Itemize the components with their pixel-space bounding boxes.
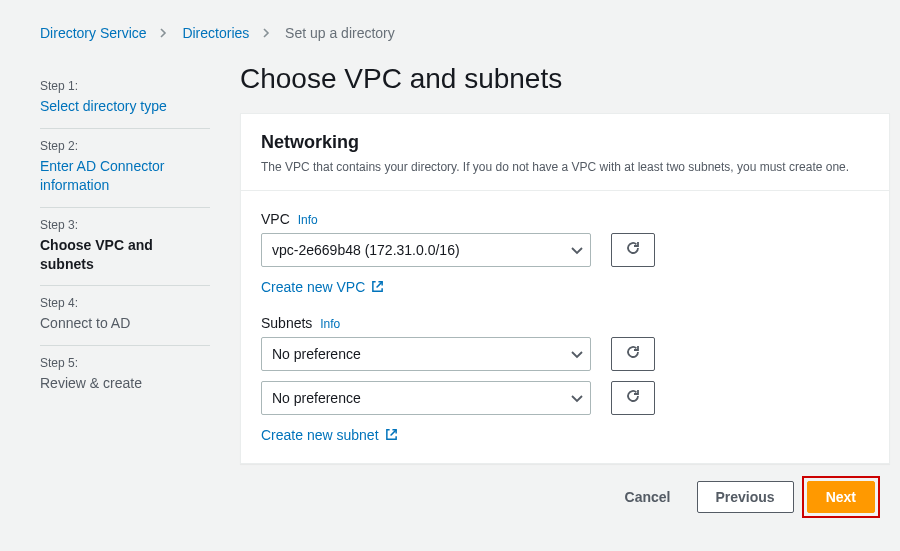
main-content: Choose VPC and subnets Networking The VP… xyxy=(240,63,890,518)
subnet-2-select[interactable]: No preference xyxy=(261,381,591,415)
page-title: Choose VPC and subnets xyxy=(240,63,890,95)
step-3-label: Step 3: xyxy=(40,218,210,232)
subnet-1-select-value: No preference xyxy=(272,346,361,362)
subnet-2-select-value: No preference xyxy=(272,390,361,406)
next-button[interactable]: Next xyxy=(807,481,875,513)
networking-card: Networking The VPC that contains your di… xyxy=(240,113,890,464)
vpc-label: VPC xyxy=(261,211,290,227)
subnet-2-refresh-button[interactable] xyxy=(611,381,655,415)
step-5-label: Step 5: xyxy=(40,356,210,370)
create-subnet-link[interactable]: Create new subnet xyxy=(261,427,398,443)
breadcrumb: Directory Service Directories Set up a d… xyxy=(0,0,900,53)
step-1-link[interactable]: Select directory type xyxy=(40,97,210,116)
previous-button[interactable]: Previous xyxy=(697,481,794,513)
subnets-info-link[interactable]: Info xyxy=(320,317,340,331)
subnets-field: Subnets Info No preference xyxy=(261,315,869,443)
external-link-icon xyxy=(371,280,384,293)
breadcrumb-current: Set up a directory xyxy=(285,25,395,41)
networking-heading: Networking xyxy=(261,132,869,153)
vpc-select[interactable]: vpc-2e669b48 (172.31.0.0/16) xyxy=(261,233,591,267)
create-vpc-link[interactable]: Create new VPC xyxy=(261,279,384,295)
refresh-icon xyxy=(625,240,641,259)
subnet-1-select[interactable]: No preference xyxy=(261,337,591,371)
wizard-footer: Cancel Previous Next xyxy=(240,464,890,518)
step-2-label: Step 2: xyxy=(40,139,210,153)
create-vpc-label: Create new VPC xyxy=(261,279,365,295)
networking-description: The VPC that contains your directory. If… xyxy=(261,159,869,176)
step-4: Step 4: Connect to AD xyxy=(40,286,210,346)
step-5-link: Review & create xyxy=(40,374,210,393)
step-4-link: Connect to AD xyxy=(40,314,210,333)
step-3: Step 3: Choose VPC and subnets xyxy=(40,208,210,287)
step-1: Step 1: Select directory type xyxy=(40,69,210,129)
step-5: Step 5: Review & create xyxy=(40,346,210,405)
subnets-label: Subnets xyxy=(261,315,312,331)
create-subnet-label: Create new subnet xyxy=(261,427,379,443)
wizard-steps: Step 1: Select directory type Step 2: En… xyxy=(40,63,210,518)
breadcrumb-directory-service[interactable]: Directory Service xyxy=(40,25,147,41)
vpc-info-link[interactable]: Info xyxy=(298,213,318,227)
next-button-highlight: Next xyxy=(802,476,880,518)
step-3-link[interactable]: Choose VPC and subnets xyxy=(40,236,210,274)
chevron-right-icon xyxy=(160,27,168,41)
breadcrumb-directories[interactable]: Directories xyxy=(182,25,249,41)
subnet-1-refresh-button[interactable] xyxy=(611,337,655,371)
refresh-icon xyxy=(625,388,641,407)
step-2: Step 2: Enter AD Connector information xyxy=(40,129,210,208)
external-link-icon xyxy=(385,428,398,441)
chevron-right-icon xyxy=(263,27,271,41)
vpc-refresh-button[interactable] xyxy=(611,233,655,267)
refresh-icon xyxy=(625,344,641,363)
cancel-button[interactable]: Cancel xyxy=(607,481,689,513)
vpc-field: VPC Info vpc-2e669b48 (172.31.0.0/16) xyxy=(261,211,869,295)
vpc-select-value: vpc-2e669b48 (172.31.0.0/16) xyxy=(272,242,460,258)
step-1-label: Step 1: xyxy=(40,79,210,93)
step-4-label: Step 4: xyxy=(40,296,210,310)
step-2-link[interactable]: Enter AD Connector information xyxy=(40,157,210,195)
